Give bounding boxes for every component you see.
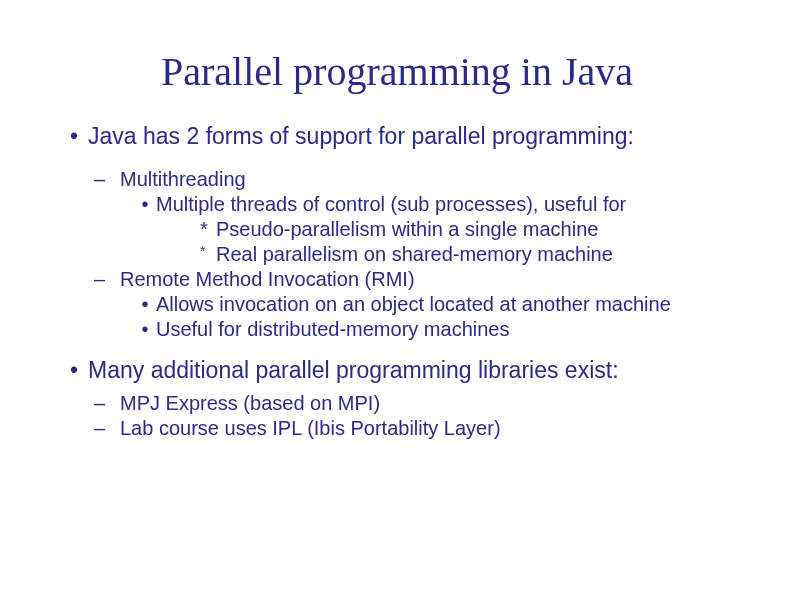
bullet-level2: – Multithreading — [94, 168, 734, 191]
bullet-dash-icon: – — [94, 417, 120, 440]
bullet-level3: • Multiple threads of control (sub proce… — [134, 193, 734, 216]
bullet-star-icon: * — [200, 243, 216, 266]
text: Lab course uses IPL (Ibis Portability La… — [120, 417, 501, 440]
slide-title: Parallel programming in Java — [60, 48, 734, 95]
text: MPJ Express (based on MPI) — [120, 392, 380, 415]
bullet-dot-icon: • — [134, 318, 156, 341]
text: Multiple threads of control (sub process… — [156, 193, 626, 216]
text: Pseudo-parallelism within a single machi… — [216, 218, 598, 241]
bullet-dot-icon: • — [134, 193, 156, 216]
text: Real parallelism on shared-memory machin… — [216, 243, 613, 266]
bullet-level4: * Real parallelism on shared-memory mach… — [200, 243, 734, 266]
bullet-dash-icon: – — [94, 392, 120, 415]
text: Many additional parallel programming lib… — [88, 357, 619, 384]
bullet-level4: * Pseudo-parallelism within a single mac… — [200, 218, 734, 241]
bullet-dot-icon: • — [60, 357, 88, 384]
text: Remote Method Invocation (RMI) — [120, 268, 415, 291]
bullet-level3: • Useful for distributed-memory machines — [134, 318, 734, 341]
text: Java has 2 forms of support for parallel… — [88, 123, 634, 150]
bullet-level1: • Many additional parallel programming l… — [60, 357, 734, 384]
bullet-level1: • Java has 2 forms of support for parall… — [60, 123, 734, 150]
bullet-dot-icon: • — [134, 293, 156, 316]
text: Multithreading — [120, 168, 246, 191]
bullet-dash-icon: – — [94, 268, 120, 291]
text: Useful for distributed-memory machines — [156, 318, 509, 341]
bullet-level2: – MPJ Express (based on MPI) — [94, 392, 734, 415]
bullet-star-icon: * — [200, 218, 216, 241]
bullet-level2: – Lab course uses IPL (Ibis Portability … — [94, 417, 734, 440]
bullet-dot-icon: • — [60, 123, 88, 150]
bullet-level2: – Remote Method Invocation (RMI) — [94, 268, 734, 291]
bullet-dash-icon: – — [94, 168, 120, 191]
bullet-level3: • Allows invocation on an object located… — [134, 293, 734, 316]
text: Allows invocation on an object located a… — [156, 293, 671, 316]
